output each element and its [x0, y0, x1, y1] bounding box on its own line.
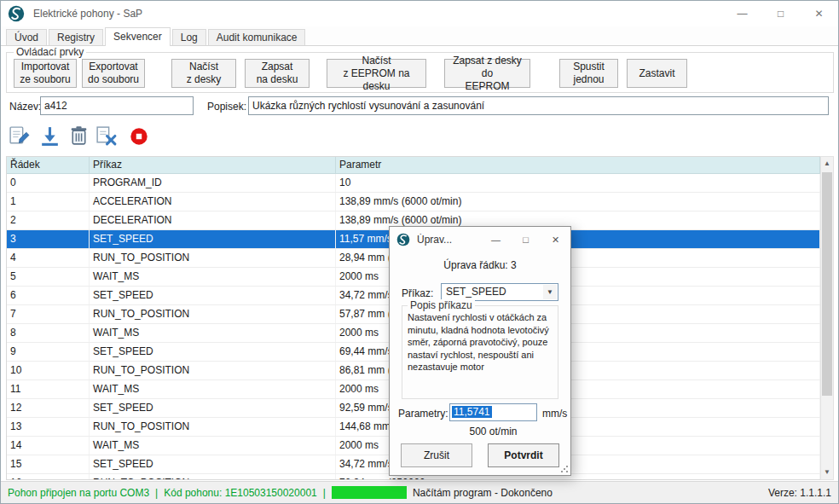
cell-prikaz: SET_SPEED — [90, 343, 336, 361]
stop-icon — [129, 126, 149, 147]
progress-bar — [332, 486, 407, 499]
cell-radek: 0 — [7, 174, 90, 192]
tab-log[interactable]: Log — [172, 29, 206, 45]
cell-parametr: 10 — [336, 174, 820, 192]
description-input[interactable] — [248, 96, 829, 115]
edit-row-button[interactable] — [8, 125, 31, 148]
pencil-icon — [8, 125, 31, 148]
command-label: Příkaz: — [402, 287, 433, 299]
cell-parametr: 138,89 mm/s (6000 ot/min) — [336, 193, 820, 211]
cell-prikaz: RUN_TO_POSITION — [90, 305, 336, 323]
name-input[interactable] — [40, 96, 194, 115]
dialog-minimize-button[interactable]: — — [481, 227, 511, 252]
parameters-label: Parametry: — [398, 408, 448, 420]
command-dropdown-value: SET_SPEED — [446, 286, 506, 298]
trash-icon — [67, 125, 90, 148]
cell-prikaz: WAIT_MS — [90, 268, 336, 286]
load-from-board-button[interactable]: Načíst z desky — [171, 59, 236, 88]
app-logo-icon — [8, 5, 25, 22]
cell-prikaz: RUN_TO_POSITION — [90, 249, 336, 267]
name-label: Název: — [9, 101, 41, 113]
maximize-button[interactable]: □ — [761, 1, 800, 26]
window-title: Elektrické pohony - SaP — [33, 8, 142, 20]
scroll-down-icon[interactable]: ▼ — [821, 466, 833, 479]
cell-radek: 3 — [7, 230, 90, 248]
cell-radek: 7 — [7, 305, 90, 323]
cell-prikaz: SET_SPEED — [90, 230, 336, 248]
scroll-up-icon[interactable]: ▲ — [821, 157, 833, 171]
run-once-button[interactable]: Spustit jednou — [559, 59, 618, 88]
cell-prikaz: RUN_TO_POSITION — [90, 474, 336, 480]
cell-prikaz: SET_SPEED — [90, 399, 336, 417]
table-row[interactable]: 1ACCELERATION138,89 mm/s (6000 ot/min) — [7, 193, 820, 211]
tab-registry[interactable]: Registry — [49, 29, 103, 45]
stop-button[interactable]: Zastavit — [627, 59, 687, 88]
cell-prikaz: WAIT_MS — [90, 437, 336, 455]
groupbox-title: Ovládací prvky — [14, 46, 86, 58]
delete-row-button[interactable] — [67, 125, 90, 148]
dialog-row-label: Úprava řádku: 3 — [390, 259, 570, 271]
cell-prikaz: SET_SPEED — [90, 455, 336, 473]
delete-all-rows-button[interactable] — [95, 125, 118, 148]
table-header: Řádek Příkaz Parametr — [7, 157, 820, 174]
status-separator-2: | — [323, 487, 326, 499]
parameter-unit: mm/s — [542, 408, 567, 420]
command-dropdown[interactable]: SET_SPEED ▼ — [441, 283, 558, 301]
header-radek[interactable]: Řádek — [7, 157, 90, 173]
status-separator-1: | — [155, 487, 158, 499]
table-row[interactable]: 0PROGRAM_ID10 — [7, 174, 820, 193]
version-label: Verze: 1.1.1.1 — [768, 487, 831, 499]
drive-code: Kód pohonu: 1E10503150020001 — [164, 487, 317, 499]
load-eeprom-to-board-button[interactable]: Načíst z EEPROM na desku — [327, 59, 426, 88]
cell-prikaz: SET_SPEED — [90, 287, 336, 304]
parameter-input[interactable]: 11,5741 — [449, 403, 537, 421]
write-to-board-button[interactable]: Zapsat na desku — [245, 59, 310, 88]
header-prikaz[interactable]: Příkaz — [90, 157, 336, 173]
dialog-logo-icon — [396, 233, 410, 246]
description-label: Popisek: — [207, 101, 246, 113]
dialog-title: Úprav... — [417, 234, 452, 246]
minimize-button[interactable]: — — [723, 1, 761, 26]
cell-radek: 4 — [7, 249, 90, 267]
connection-status: Pohon připojen na portu COM3 — [8, 487, 149, 499]
cell-radek: 11 — [7, 380, 90, 398]
cell-radek: 13 — [7, 418, 90, 436]
cell-radek: 2 — [7, 211, 90, 229]
confirm-button[interactable]: Potvrdit — [488, 443, 559, 467]
cell-radek: 10 — [7, 362, 90, 379]
dialog-title-bar[interactable]: Úprav... — □ ✕ — [390, 227, 570, 252]
header-parametr[interactable]: Parametr — [336, 157, 820, 173]
import-from-file-button[interactable]: Importovat ze souboru — [14, 59, 77, 88]
command-description-title: Popis příkazu — [408, 299, 475, 311]
tab-sekvencer[interactable]: Sekvencer — [105, 27, 171, 46]
cell-radek: 14 — [7, 437, 90, 455]
cell-radek: 1 — [7, 193, 90, 211]
cell-radek: 5 — [7, 268, 90, 286]
app-window: Elektrické pohony - SaP — □ ✕ Úvod Regis… — [0, 0, 839, 504]
controls-groupbox: Ovládací prvky Importovat ze souboru Exp… — [6, 52, 834, 93]
close-button[interactable]: ✕ — [800, 1, 838, 26]
title-bar[interactable]: Elektrické pohony - SaP — □ ✕ — [1, 1, 838, 26]
tab-strip: Úvod Registry Sekvencer Log Audit komuni… — [1, 26, 838, 46]
insert-arrow-icon — [38, 125, 61, 148]
edit-row-dialog: Úprav... — □ ✕ Úprava řádku: 3 Příkaz: S… — [389, 226, 571, 476]
stop-sequence-button[interactable] — [129, 126, 152, 149]
scrollbar-thumb[interactable] — [822, 172, 832, 396]
tab-audit-komunikace[interactable]: Audit komunikace — [208, 29, 306, 45]
sheet-x-icon — [95, 125, 118, 148]
cell-prikaz: RUN_TO_POSITION — [90, 418, 336, 436]
dialog-maximize-button[interactable]: □ — [511, 227, 541, 252]
cell-radek: 16 — [7, 474, 90, 480]
insert-row-button[interactable] — [38, 125, 61, 148]
write-board-to-eeprom-button[interactable]: Zapsat z desky do EEPROM — [444, 59, 530, 88]
cancel-button[interactable]: Zrušit — [401, 443, 472, 467]
parameter-value-selected: 11,5741 — [452, 406, 492, 418]
chevron-down-icon[interactable]: ▼ — [543, 285, 557, 299]
export-to-file-button[interactable]: Exportovat do souboru — [82, 59, 145, 88]
tab-uvod[interactable]: Úvod — [6, 29, 47, 45]
resize-grip[interactable] — [560, 465, 569, 473]
parameter-alt-value: 500 ot/min — [449, 426, 537, 437]
table-scrollbar[interactable]: ▲ ▼ — [820, 156, 834, 480]
dialog-close-button[interactable]: ✕ — [541, 227, 570, 252]
cell-radek: 9 — [7, 343, 90, 361]
